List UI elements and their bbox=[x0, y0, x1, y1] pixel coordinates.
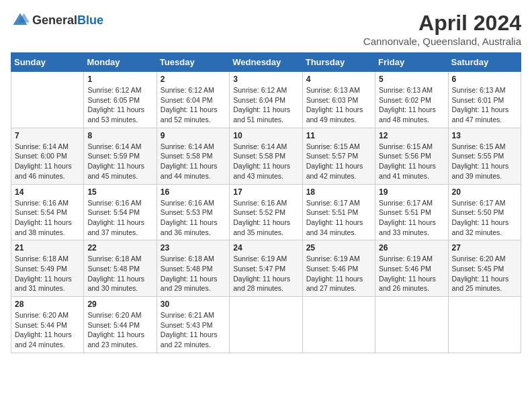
calendar-row: 21Sunrise: 6:18 AM Sunset: 5:49 PM Dayli… bbox=[11, 240, 521, 297]
day-number: 24 bbox=[233, 243, 298, 253]
day-number: 20 bbox=[452, 187, 517, 197]
calendar-cell: 16Sunrise: 6:16 AM Sunset: 5:53 PM Dayli… bbox=[157, 184, 229, 240]
calendar-cell: 15Sunrise: 6:16 AM Sunset: 5:54 PM Dayli… bbox=[84, 184, 157, 240]
calendar-cell: 4Sunrise: 6:13 AM Sunset: 6:03 PM Daylig… bbox=[302, 72, 375, 128]
day-number: 13 bbox=[452, 131, 517, 140]
calendar-cell: 11Sunrise: 6:15 AM Sunset: 5:57 PM Dayli… bbox=[302, 128, 375, 184]
calendar-row: 14Sunrise: 6:16 AM Sunset: 5:54 PM Dayli… bbox=[11, 184, 521, 240]
day-info: Sunrise: 6:17 AM Sunset: 5:50 PM Dayligh… bbox=[452, 198, 517, 238]
day-info: Sunrise: 6:15 AM Sunset: 5:55 PM Dayligh… bbox=[452, 142, 517, 181]
calendar-cell: 18Sunrise: 6:17 AM Sunset: 5:51 PM Dayli… bbox=[302, 184, 375, 240]
calendar-cell: 30Sunrise: 6:21 AM Sunset: 5:43 PM Dayli… bbox=[157, 297, 229, 353]
day-info: Sunrise: 6:18 AM Sunset: 5:48 PM Dayligh… bbox=[161, 254, 226, 293]
day-info: Sunrise: 6:17 AM Sunset: 5:51 PM Dayligh… bbox=[306, 198, 371, 238]
calendar-cell: 2Sunrise: 6:12 AM Sunset: 6:04 PM Daylig… bbox=[157, 72, 229, 128]
day-info: Sunrise: 6:14 AM Sunset: 5:58 PM Dayligh… bbox=[161, 142, 226, 181]
day-info: Sunrise: 6:20 AM Sunset: 5:44 PM Dayligh… bbox=[87, 310, 152, 350]
calendar-cell: 24Sunrise: 6:19 AM Sunset: 5:47 PM Dayli… bbox=[230, 240, 302, 297]
page-header: GeneralBlue April 2024 Cannonvale, Queen… bbox=[11, 11, 521, 47]
calendar-cell: 6Sunrise: 6:13 AM Sunset: 6:01 PM Daylig… bbox=[448, 72, 521, 128]
day-number: 18 bbox=[306, 187, 371, 197]
day-info: Sunrise: 6:21 AM Sunset: 5:43 PM Dayligh… bbox=[161, 310, 226, 350]
day-number: 6 bbox=[452, 75, 517, 84]
col-saturday: Saturday bbox=[448, 53, 521, 72]
day-number: 3 bbox=[233, 75, 298, 84]
calendar-cell: 5Sunrise: 6:13 AM Sunset: 6:02 PM Daylig… bbox=[375, 72, 448, 128]
day-info: Sunrise: 6:14 AM Sunset: 5:58 PM Dayligh… bbox=[233, 142, 298, 181]
month-title: April 2024 bbox=[363, 11, 521, 36]
col-tuesday: Tuesday bbox=[157, 53, 229, 72]
calendar-cell bbox=[375, 297, 448, 353]
day-number: 4 bbox=[306, 75, 371, 84]
calendar-cell: 17Sunrise: 6:16 AM Sunset: 5:52 PM Dayli… bbox=[230, 184, 302, 240]
day-info: Sunrise: 6:16 AM Sunset: 5:54 PM Dayligh… bbox=[15, 198, 80, 238]
calendar-cell bbox=[11, 72, 84, 128]
day-number: 7 bbox=[15, 131, 80, 140]
day-number: 5 bbox=[379, 75, 444, 84]
calendar-cell: 19Sunrise: 6:17 AM Sunset: 5:51 PM Dayli… bbox=[375, 184, 448, 240]
col-sunday: Sunday bbox=[11, 53, 84, 72]
location-title: Cannonvale, Queensland, Australia bbox=[363, 36, 521, 47]
calendar-cell: 14Sunrise: 6:16 AM Sunset: 5:54 PM Dayli… bbox=[11, 184, 84, 240]
day-number: 2 bbox=[161, 75, 226, 84]
day-info: Sunrise: 6:13 AM Sunset: 6:01 PM Dayligh… bbox=[452, 85, 517, 125]
day-info: Sunrise: 6:16 AM Sunset: 5:54 PM Dayligh… bbox=[87, 198, 152, 238]
calendar-cell: 10Sunrise: 6:14 AM Sunset: 5:58 PM Dayli… bbox=[230, 128, 302, 184]
day-number: 10 bbox=[233, 131, 298, 140]
calendar-cell: 12Sunrise: 6:15 AM Sunset: 5:56 PM Dayli… bbox=[375, 128, 448, 184]
day-number: 21 bbox=[15, 243, 80, 253]
day-number: 26 bbox=[379, 243, 444, 253]
calendar-body: 1Sunrise: 6:12 AM Sunset: 6:05 PM Daylig… bbox=[11, 72, 521, 353]
calendar-cell: 7Sunrise: 6:14 AM Sunset: 6:00 PM Daylig… bbox=[11, 128, 84, 184]
logo: GeneralBlue bbox=[11, 11, 103, 30]
day-info: Sunrise: 6:19 AM Sunset: 5:47 PM Dayligh… bbox=[233, 254, 298, 293]
day-info: Sunrise: 6:12 AM Sunset: 6:04 PM Dayligh… bbox=[233, 85, 298, 125]
col-friday: Friday bbox=[375, 53, 448, 72]
col-monday: Monday bbox=[84, 53, 157, 72]
day-info: Sunrise: 6:12 AM Sunset: 6:04 PM Dayligh… bbox=[161, 85, 226, 125]
calendar-table: Sunday Monday Tuesday Wednesday Thursday… bbox=[11, 52, 521, 353]
logo-icon bbox=[11, 11, 30, 30]
day-number: 1 bbox=[87, 75, 152, 84]
day-info: Sunrise: 6:18 AM Sunset: 5:48 PM Dayligh… bbox=[87, 254, 152, 293]
day-info: Sunrise: 6:16 AM Sunset: 5:52 PM Dayligh… bbox=[233, 198, 298, 238]
calendar-row: 7Sunrise: 6:14 AM Sunset: 6:00 PM Daylig… bbox=[11, 128, 521, 184]
calendar-cell: 9Sunrise: 6:14 AM Sunset: 5:58 PM Daylig… bbox=[157, 128, 229, 184]
calendar-header: Sunday Monday Tuesday Wednesday Thursday… bbox=[11, 53, 521, 72]
day-number: 23 bbox=[161, 243, 226, 253]
calendar-cell: 28Sunrise: 6:20 AM Sunset: 5:44 PM Dayli… bbox=[11, 297, 84, 353]
day-info: Sunrise: 6:18 AM Sunset: 5:49 PM Dayligh… bbox=[15, 254, 80, 293]
day-number: 27 bbox=[452, 243, 517, 253]
day-info: Sunrise: 6:13 AM Sunset: 6:03 PM Dayligh… bbox=[306, 85, 371, 125]
calendar-cell: 8Sunrise: 6:14 AM Sunset: 5:59 PM Daylig… bbox=[84, 128, 157, 184]
day-number: 12 bbox=[379, 131, 444, 140]
day-info: Sunrise: 6:13 AM Sunset: 6:02 PM Dayligh… bbox=[379, 85, 444, 125]
title-section: April 2024 Cannonvale, Queensland, Austr… bbox=[363, 11, 521, 47]
calendar-row: 1Sunrise: 6:12 AM Sunset: 6:05 PM Daylig… bbox=[11, 72, 521, 128]
day-info: Sunrise: 6:17 AM Sunset: 5:51 PM Dayligh… bbox=[379, 198, 444, 238]
calendar-cell bbox=[448, 297, 521, 353]
calendar-cell: 25Sunrise: 6:19 AM Sunset: 5:46 PM Dayli… bbox=[302, 240, 375, 297]
col-thursday: Thursday bbox=[302, 53, 375, 72]
header-row: Sunday Monday Tuesday Wednesday Thursday… bbox=[11, 53, 521, 72]
day-number: 16 bbox=[161, 187, 226, 197]
calendar-cell bbox=[302, 297, 375, 353]
day-number: 22 bbox=[87, 243, 152, 253]
day-number: 15 bbox=[87, 187, 152, 197]
day-info: Sunrise: 6:20 AM Sunset: 5:45 PM Dayligh… bbox=[452, 254, 517, 293]
day-info: Sunrise: 6:15 AM Sunset: 5:56 PM Dayligh… bbox=[379, 142, 444, 181]
day-number: 11 bbox=[306, 131, 371, 140]
day-number: 9 bbox=[161, 131, 226, 140]
day-number: 14 bbox=[15, 187, 80, 197]
day-number: 19 bbox=[379, 187, 444, 197]
day-number: 25 bbox=[306, 243, 371, 253]
calendar-cell: 1Sunrise: 6:12 AM Sunset: 6:05 PM Daylig… bbox=[84, 72, 157, 128]
day-number: 28 bbox=[15, 300, 80, 309]
calendar-cell: 21Sunrise: 6:18 AM Sunset: 5:49 PM Dayli… bbox=[11, 240, 84, 297]
calendar-cell: 23Sunrise: 6:18 AM Sunset: 5:48 PM Dayli… bbox=[157, 240, 229, 297]
day-info: Sunrise: 6:14 AM Sunset: 6:00 PM Dayligh… bbox=[15, 142, 80, 181]
day-info: Sunrise: 6:19 AM Sunset: 5:46 PM Dayligh… bbox=[379, 254, 444, 293]
logo-text-general: General bbox=[32, 13, 77, 27]
calendar-cell: 26Sunrise: 6:19 AM Sunset: 5:46 PM Dayli… bbox=[375, 240, 448, 297]
calendar-cell: 13Sunrise: 6:15 AM Sunset: 5:55 PM Dayli… bbox=[448, 128, 521, 184]
